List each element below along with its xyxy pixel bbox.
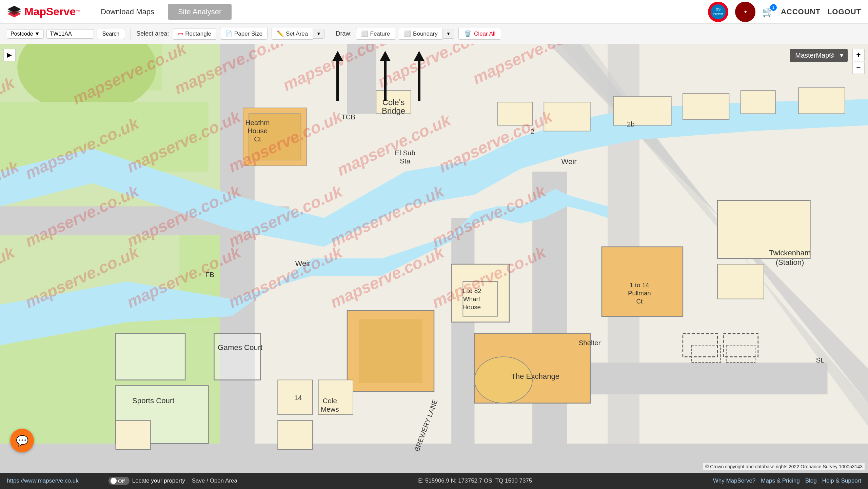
arrow-annotation-3 [414,51,425,101]
site-analyser-button[interactable]: Site Analyser [168,4,232,20]
set-area-group: ✏️ Set Area ▼ [272,28,324,40]
svg-text:Heathm: Heathm [245,119,270,126]
feature-icon: ⬜ [361,30,368,37]
set-area-button[interactable]: ✏️ Set Area [272,28,313,40]
svg-point-3 [711,4,726,19]
divider2 [330,28,330,40]
account-link[interactable]: ACCOUNT [781,7,821,16]
map-layer-arrow-icon: ▼ [839,53,844,59]
arrow-head-3 [414,51,425,61]
set-area-icon: ✏️ [277,30,284,37]
feature-group: ⬜ Feature [356,28,395,40]
boundary-icon: ⬜ [404,30,411,37]
svg-text:Partner: Partner [713,12,723,15]
svg-rect-34 [683,94,729,120]
arrow-shaft-2 [384,60,387,101]
save-open-label[interactable]: Save / Open Area [192,477,237,484]
boundary-dropdown[interactable]: ▼ [442,29,454,39]
svg-rect-36 [798,88,845,114]
header: MapServe™ Download Maps Site Analyser OS… [0,0,868,24]
zoom-controls: + − [852,49,865,74]
expand-map-button[interactable]: ▶ [3,49,16,61]
logo-stack-icon [7,4,22,19]
divider1 [131,28,131,40]
svg-rect-19 [451,218,474,473]
svg-text:2b: 2b [627,120,635,128]
blog-link[interactable]: Blog [805,477,817,484]
svg-text:Weir: Weir [561,157,577,166]
map-layer-name: MasterMap® [795,52,834,59]
logo: MapServe™ [7,4,80,19]
svg-text:Twickenham: Twickenham [769,249,811,257]
postcode-input[interactable] [46,29,94,39]
svg-rect-33 [613,96,671,125]
search-button[interactable]: Search [97,29,125,39]
svg-rect-48 [214,334,260,380]
rectangle-group: ▭ Rectangle [173,28,216,40]
help-support-link[interactable]: Help & Support [822,477,861,484]
status-url: https://www.mapserve.co.uk [7,477,102,484]
zoom-in-button[interactable]: + [852,49,865,61]
svg-text:Cole: Cole [323,397,337,405]
zoom-out-button[interactable]: − [852,62,865,74]
arrow-shaft-1 [336,60,339,101]
svg-text:The Exchange: The Exchange [511,372,559,380]
download-maps-button[interactable]: Download Maps [91,4,164,20]
cart-button[interactable]: 🛒 1 [762,6,774,17]
clear-all-button[interactable]: 🗑️ Clear All [458,28,501,40]
toolbar: Postcode ▼ Search Select area: ▭ Rectang… [0,24,868,44]
map-container[interactable]: Cole's Bridge TCB El Sub Sta Heathm Hous… [0,44,868,473]
chat-icon: 💬 [16,435,28,447]
chat-button[interactable]: 💬 [10,429,34,452]
header-icons: OS Partner ⚜ 🛒 1 ACCOUNT LOGOUT [708,2,861,22]
trash-icon: 🗑️ [464,30,471,37]
svg-text:SL: SL [816,356,824,364]
svg-text:1 to 14: 1 to 14 [630,281,649,289]
select-area-label: Select area: [136,30,169,37]
svg-rect-52 [116,420,150,449]
why-mapserve-link[interactable]: Why MapServe? [713,477,756,484]
boundary-group: ⬜ Boundary ▼ [399,28,454,40]
svg-rect-35 [741,91,775,114]
svg-text:Pullman: Pullman [628,290,651,297]
svg-text:FB: FB [205,271,214,278]
svg-text:Weir: Weir [295,259,311,268]
draw-label: Draw: [336,30,352,37]
svg-text:2: 2 [530,128,534,135]
map-layer-dropdown[interactable]: MasterMap® ▼ [790,49,848,62]
postcode-type-select[interactable]: Postcode ▼ [7,29,44,39]
boundary-button[interactable]: ⬜ Boundary [399,28,442,40]
svg-text:Ct: Ct [636,298,643,305]
os-partner-badge: OS Partner [708,2,728,22]
toggle-circle [111,478,117,484]
arrow-head-2 [380,51,391,61]
feature-button[interactable]: ⬜ Feature [356,28,395,40]
svg-text:Shelter: Shelter [579,339,601,347]
coordinates-display: E: 515906.9 N: 173752.7 OS: TQ 1590 7375 [244,477,706,484]
svg-text:Ct: Ct [254,135,261,143]
set-area-dropdown[interactable]: ▼ [313,29,324,39]
svg-text:Sports Court: Sports Court [132,396,174,405]
rectangle-button[interactable]: ▭ Rectangle [173,28,216,40]
svg-text:El Sub: El Sub [395,149,415,157]
arrow-shaft-3 [418,60,420,101]
logout-link[interactable]: LOGOUT [827,7,861,16]
svg-text:14: 14 [294,394,302,402]
arrow-annotation-1 [332,51,343,101]
emblem-badge: ⚜ [735,2,755,22]
svg-text:⚜: ⚜ [744,10,747,14]
locate-toggle[interactable]: Off Locate your property [108,477,185,485]
paper-icon: 📄 [225,30,232,37]
cart-count: 1 [770,4,777,11]
paper-size-button[interactable]: 📄 Paper Size [220,28,268,40]
svg-rect-46 [116,334,185,380]
arrow-head-1 [332,51,343,61]
toggle-switch[interactable]: Off [108,477,130,485]
svg-text:(Station): (Station) [776,258,804,267]
svg-rect-18 [347,44,376,114]
svg-rect-38 [359,319,422,383]
locate-label: Locate your property [132,477,185,484]
status-links: Why MapServe? Maps & Pricing Blog Help &… [713,477,861,484]
maps-pricing-link[interactable]: Maps & Pricing [761,477,800,484]
svg-rect-31 [498,102,532,125]
